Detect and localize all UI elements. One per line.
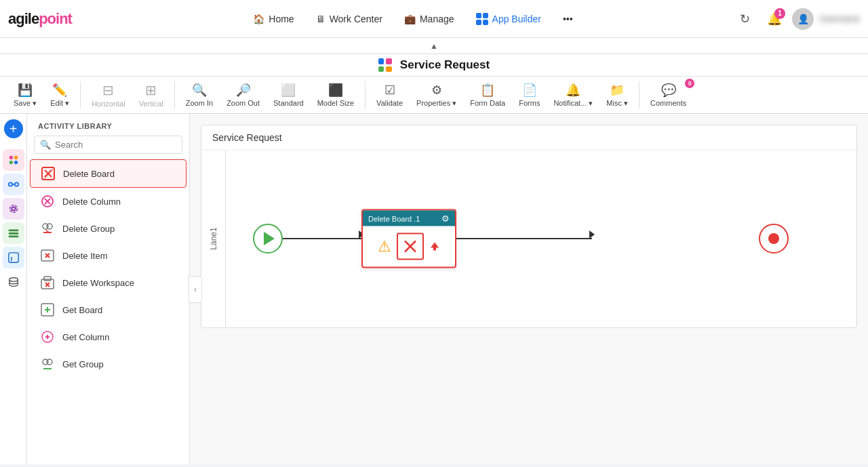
collapse-bar[interactable]: ▲ [0,38,868,54]
nav-more[interactable]: ••• [553,9,583,28]
activity-item-delete-group[interactable]: Delete Group [30,215,186,242]
activity-item-delete-column[interactable]: Delete Column [30,188,186,215]
svg-point-7 [12,207,15,210]
activity-panel: ACTIVITY LIBRARY 🔍 Delete Board [27,114,190,464]
logo[interactable]: agilepoint [8,10,72,28]
toolbar-divider-4 [639,81,639,108]
svg-point-39 [47,359,52,365]
notifications-button[interactable]: 🔔 1 [762,7,787,31]
zoom-out-label: Zoom Out [226,99,260,107]
zoom-in-button[interactable]: 🔍 Zoom In [180,80,218,110]
activity-item-get-group[interactable]: Get Group [30,350,186,378]
standard-button[interactable]: ⬜ Standard [268,80,309,110]
zoom-in-icon: 🔍 [192,83,207,98]
activity-box-delete-board[interactable]: Delete Board .1 ⚙ ⚠ [361,209,456,268]
properties-icon: ⚙ [431,83,442,98]
activity-gear-icon[interactable]: ⚙ [441,214,450,224]
search-input[interactable] [55,140,176,150]
canvas-container: Service Request Lane1 [201,125,857,328]
data-icon-button[interactable] [3,271,24,293]
refresh-icon: ↻ [740,12,750,26]
delete-group-icon [39,220,56,237]
delete-column-label: Delete Column [62,197,121,207]
refresh-button[interactable]: ↻ [732,7,757,31]
list-icon-button[interactable] [3,222,24,244]
delete-workspace-label: Delete Workspace [62,278,134,288]
svg-point-22 [47,224,52,229]
save-label: Save ▾ [14,99,37,108]
more-icon: ••• [563,14,573,24]
nav-home[interactable]: 🏠 Home [243,9,303,28]
activity-item-delete-board[interactable]: Delete Board [30,159,186,188]
notifications-badge: 1 [774,8,785,19]
activity-item-get-board[interactable]: Get Board [30,296,186,323]
comments-label: Comments [650,99,686,107]
comments-icon: 💬 [661,83,676,98]
user-name: Username [819,14,860,24]
lane-label: Lane1 [209,227,218,249]
save-button[interactable]: 💾 Save ▾ [8,80,42,110]
start-node[interactable] [253,224,283,253]
connector-arrow-2 [589,230,595,239]
user-avatar-icon: 👤 [797,14,809,24]
page-title: Service Request [400,58,490,72]
palette-icon-button[interactable] [3,149,24,171]
forms-button[interactable]: 📄 Forms [513,80,545,110]
notifications-toolbar-icon: 🔔 [566,83,580,98]
zoom-out-button[interactable]: 🔎 Zoom Out [221,80,265,110]
svg-rect-11 [8,236,18,238]
toolbar-divider-2 [174,81,175,108]
search-box: 🔍 [34,136,182,154]
validate-button[interactable]: ☑ Validate [371,80,408,110]
chevron-left-icon: ‹ [194,285,197,294]
play-icon [264,232,275,245]
nav-workcenter[interactable]: 🖥 Work Center [307,9,392,28]
activity-item-get-column[interactable]: Get Column [30,323,186,350]
comments-button[interactable]: 💬 0 Comments [645,80,692,110]
nav-manage-label: Manage [420,14,454,24]
connectors-icon-button[interactable] [3,174,24,195]
svg-rect-9 [8,230,18,232]
validate-icon: ☑ [384,83,395,98]
nav-appbuilder[interactable]: App Builder [467,9,551,29]
svg-rect-29 [44,277,51,281]
zoom-out-icon: 🔎 [236,83,251,98]
lane-1: Lane1 [201,150,226,327]
delete-column-icon [39,193,56,209]
main-layout: + I ACTIVITY LIBRARY 🔍 [0,114,868,464]
integration-icon-button[interactable]: I [3,247,24,268]
activity-box-header: Delete Board .1 ⚙ [363,211,455,226]
model-size-icon: ⬛ [328,83,343,98]
nav-home-label: Home [269,14,294,24]
settings-icon-button[interactable] [3,198,24,220]
delete-workspace-icon [39,275,56,291]
edit-button[interactable]: ✏️ Edit ▾ [45,80,75,110]
forms-icon: 📄 [522,83,537,98]
nav-appbuilder-label: App Builder [492,14,541,24]
misc-button[interactable]: 📁 Misc ▾ [601,80,633,110]
form-data-button[interactable]: 📋 Form Data [465,80,511,110]
svg-point-14 [9,278,18,281]
properties-button[interactable]: ⚙ Properties ▾ [411,80,462,110]
model-size-button[interactable]: ⬛ Model Size [312,80,359,110]
standard-icon: ⬜ [281,83,296,98]
nav-manage[interactable]: 💼 Manage [395,9,464,28]
activity-item-delete-item[interactable]: Delete Item [30,242,186,269]
svg-point-5 [14,182,18,186]
activity-item-delete-workspace[interactable]: Delete Workspace [30,269,186,296]
avatar[interactable]: 👤 [792,8,814,30]
svg-point-1 [14,156,17,159]
vertical-button[interactable]: ⊞ Vertical [134,79,169,110]
get-column-icon [39,329,56,345]
briefcase-icon: 💼 [404,14,416,24]
svg-point-8 [9,205,17,213]
add-activity-button[interactable]: + [4,119,23,138]
end-node[interactable] [759,224,789,253]
canvas-area[interactable]: Service Request Lane1 [190,114,868,464]
get-board-label: Get Board [62,305,102,315]
monitor-icon: 🖥 [316,14,326,24]
horizontal-button[interactable]: ⊟ Horizontal [86,79,131,110]
delete-x-box [397,233,424,260]
panel-collapse-handle[interactable]: ‹ [189,276,202,303]
notifications-toolbar-button[interactable]: 🔔 Notificat... ▾ [548,80,598,110]
